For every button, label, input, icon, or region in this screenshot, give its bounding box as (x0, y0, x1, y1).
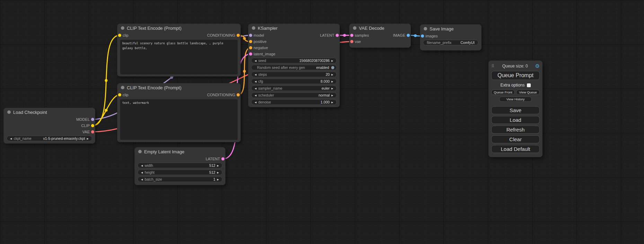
decrement-arrow-icon[interactable]: ◀ (253, 80, 258, 83)
save-button[interactable]: Save (491, 106, 540, 114)
collapse-toggle-icon[interactable] (424, 27, 427, 30)
menu-header: ⠿ Queue size: 0 ⚙ (491, 63, 540, 69)
view-queue-button[interactable]: View Queue (516, 90, 540, 95)
input-dot-model[interactable] (249, 34, 252, 37)
positive-prompt-textarea[interactable]: beautiful scenery nature glass bottle la… (120, 40, 238, 74)
increment-arrow-icon[interactable]: ▶ (215, 164, 221, 167)
queue-buttons-row: Queue Front View Queue (491, 90, 540, 95)
increment-arrow-icon[interactable]: ▶ (330, 60, 335, 62)
extra-options-label: Extra options (500, 83, 524, 88)
collapse-toggle-icon[interactable] (138, 150, 142, 153)
input-dot-clip[interactable] (118, 34, 121, 37)
gear-icon[interactable]: ⚙ (535, 63, 540, 69)
queue-prompt-button[interactable]: Queue Prompt (491, 71, 540, 80)
widget-ckpt-name[interactable]: ◀ ckpt_name v1-5-pruned-emaonly.ckpt ▶ (7, 136, 92, 141)
input-dot-samples[interactable] (350, 34, 353, 37)
widget-random-seed-toggle[interactable]: Random seed after every gen enabled (251, 65, 337, 70)
extra-options-checkbox[interactable] (527, 83, 531, 87)
widget-width[interactable]: ◀ width 512 ▶ (138, 163, 222, 168)
decrement-arrow-icon[interactable]: ◀ (139, 171, 144, 174)
input-label: images (425, 34, 438, 38)
wire-midpoint-dot (343, 34, 346, 37)
collapse-toggle-icon[interactable] (252, 26, 255, 30)
collapse-toggle-icon[interactable] (353, 26, 356, 30)
widget-scheduler[interactable]: ◀ scheduler normal ▶ (251, 92, 337, 98)
node-title-bar[interactable]: Load Checkpoint (4, 108, 95, 116)
widget-steps[interactable]: ◀ steps 20 ▶ (251, 72, 337, 77)
decrement-arrow-icon[interactable]: ◀ (253, 87, 258, 90)
widget-label: cfg (258, 79, 263, 83)
node-title-bar[interactable]: CLIP Text Encode (Prompt) (117, 83, 240, 92)
node-vae-decode[interactable]: VAE Decode samples IMAGE vae (349, 24, 411, 48)
collapse-toggle-icon[interactable] (121, 86, 124, 89)
decrement-arrow-icon[interactable]: ◀ (253, 60, 258, 62)
load-default-button[interactable]: Load Default (491, 145, 540, 153)
widget-filename-prefix[interactable]: filename_prefix ComfyUI (423, 40, 478, 45)
widget-label: Random seed after every gen (257, 65, 305, 70)
widget-value: 512 (209, 163, 215, 168)
increment-arrow-icon[interactable]: ▶ (330, 94, 335, 97)
decrement-arrow-icon[interactable]: ◀ (8, 137, 14, 140)
queue-menu: ⠿ Queue size: 0 ⚙ Queue Prompt Extra opt… (488, 61, 542, 157)
output-dot-conditioning[interactable] (237, 93, 240, 97)
wire-clip (93, 35, 120, 126)
widget-label: denoise (258, 100, 271, 104)
output-dot-model[interactable] (91, 118, 94, 121)
increment-arrow-icon[interactable]: ▶ (330, 87, 335, 90)
wire-midpoint-dot (414, 34, 417, 37)
output-dot-image[interactable] (407, 34, 410, 37)
input-dot-positive[interactable] (249, 40, 252, 43)
load-button[interactable]: Load (491, 116, 540, 124)
output-dot-clip[interactable] (91, 124, 94, 127)
clear-button[interactable]: Clear (491, 135, 540, 143)
node-clip-text-encode-negative[interactable]: CLIP Text Encode (Prompt) clip CONDITION… (117, 83, 241, 142)
decrement-arrow-icon[interactable]: ◀ (139, 178, 144, 181)
collapse-toggle-icon[interactable] (121, 26, 124, 30)
node-load-checkpoint[interactable]: Load Checkpoint MODEL CLIP VAE ◀ ckpt_na… (3, 108, 95, 144)
node-title-bar[interactable]: KSampler (248, 24, 339, 32)
increment-arrow-icon[interactable]: ▶ (330, 73, 335, 76)
widget-sampler-name[interactable]: ◀ sampler_name euler ▶ (251, 85, 337, 91)
node-title-bar[interactable]: CLIP Text Encode (Prompt) (117, 24, 240, 32)
increment-arrow-icon[interactable]: ▶ (215, 171, 221, 174)
input-dot-negative[interactable] (249, 46, 252, 49)
refresh-button[interactable]: Refresh (491, 126, 540, 134)
collapse-toggle-icon[interactable] (7, 110, 11, 114)
node-save-image[interactable]: Save Image images filename_prefix ComfyU… (420, 24, 482, 51)
input-dot-vae[interactable] (350, 40, 353, 43)
decrement-arrow-icon[interactable]: ◀ (253, 73, 258, 76)
decrement-arrow-icon[interactable]: ◀ (253, 101, 258, 103)
queue-front-button[interactable]: Queue Front (491, 90, 515, 95)
decrement-arrow-icon[interactable]: ◀ (253, 94, 258, 97)
output-dot-conditioning[interactable] (237, 34, 240, 37)
node-title-bar[interactable]: Empty Latent Image (135, 147, 225, 156)
widget-batch-size[interactable]: ◀ batch_size 1 ▶ (138, 177, 222, 182)
widget-cfg[interactable]: ◀ cfg 8.000 ▶ (251, 79, 337, 84)
drag-handle-icon[interactable]: ⠿ (491, 64, 494, 69)
input-dot-clip[interactable] (118, 93, 121, 97)
node-clip-text-encode-positive[interactable]: CLIP Text Encode (Prompt) clip CONDITION… (117, 24, 241, 76)
increment-arrow-icon[interactable]: ▶ (85, 137, 90, 140)
node-ksampler[interactable]: KSampler model LATENT positive negative … (248, 24, 340, 107)
output-dot-latent[interactable] (221, 157, 224, 161)
node-title-bar[interactable]: Save Image (420, 25, 481, 33)
widget-seed[interactable]: ◀ seed 156680208700286 ▶ (251, 58, 337, 63)
node-title: CLIP Text Encode (Prompt) (127, 26, 182, 31)
node-empty-latent-image[interactable]: Empty Latent Image LATENT ◀ width 512 ▶ … (134, 147, 226, 185)
node-title: Save Image (430, 26, 453, 31)
widget-height[interactable]: ◀ height 512 ▶ (138, 170, 222, 175)
output-dot-latent[interactable] (336, 34, 339, 37)
input-dot-images[interactable] (421, 35, 424, 38)
widget-value: 156680208700286 (299, 58, 330, 63)
increment-arrow-icon[interactable]: ▶ (215, 178, 221, 181)
decrement-arrow-icon[interactable]: ◀ (139, 164, 144, 167)
widget-denoise[interactable]: ◀ denoise 1.000 ▶ (251, 99, 337, 105)
negative-prompt-textarea[interactable]: text, watermark (120, 99, 238, 140)
output-dot-vae[interactable] (91, 130, 94, 134)
toggle-state-dot[interactable] (331, 66, 334, 69)
input-dot-latent-image[interactable] (249, 53, 252, 56)
increment-arrow-icon[interactable]: ▶ (330, 80, 335, 83)
node-title-bar[interactable]: VAE Decode (350, 24, 411, 32)
increment-arrow-icon[interactable]: ▶ (330, 101, 335, 103)
view-history-button[interactable]: View History (499, 97, 532, 102)
